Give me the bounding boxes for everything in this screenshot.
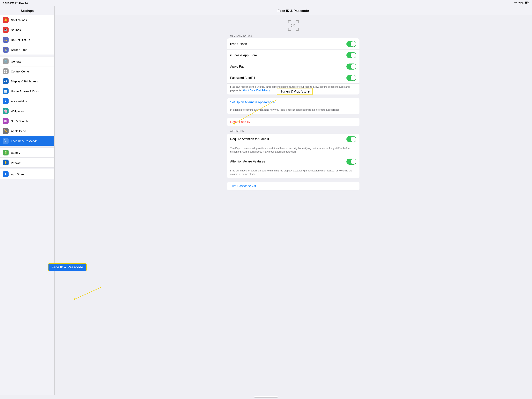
svg-point-17 xyxy=(5,120,6,122)
about-face-id-link[interactable]: About Face ID & Privacy... xyxy=(242,89,272,92)
sidebar-item-general[interactable]: ⚙️ General xyxy=(0,56,54,66)
battery-text: 76% xyxy=(518,1,523,5)
control-center-icon xyxy=(3,68,9,74)
ipad-unlock-toggle[interactable] xyxy=(346,41,356,47)
sidebar-item-home-screen[interactable]: Home Screen & Dock xyxy=(0,86,54,96)
sidebar-item-label: Do Not Disturb xyxy=(11,38,30,41)
svg-rect-5 xyxy=(6,71,7,73)
apple-pay-toggle[interactable] xyxy=(346,64,356,70)
require-attention-desc: TrueDepth camera will provide an additio… xyxy=(227,145,360,156)
svg-rect-13 xyxy=(5,92,6,93)
sidebar-item-screen-time[interactable]: ⏳ Screen Time xyxy=(0,45,54,55)
sidebar-item-label: App Store xyxy=(11,173,24,176)
apple-pencil-icon: ✏️ xyxy=(3,128,9,134)
sidebar-section-3: 🔋 Battery ✋ Privacy xyxy=(0,148,54,167)
sidebar-item-apple-pencil[interactable]: ✏️ Apple Pencil xyxy=(0,126,54,136)
status-left: 12:31 PM Fri May 14 xyxy=(3,1,28,5)
svg-rect-14 xyxy=(6,92,7,93)
sidebar-item-control-center[interactable]: Control Center xyxy=(0,66,54,76)
screen-time-icon: ⏳ xyxy=(3,47,9,53)
sidebar-item-siri[interactable]: Siri & Search xyxy=(0,116,54,126)
sidebar: Settings 🔔 Notifications 🔊 Sounds 🌙 Do N… xyxy=(0,6,55,395)
sidebar-item-label: Privacy xyxy=(11,161,20,164)
sidebar-item-label: Accessibility xyxy=(11,100,27,103)
battery-icon xyxy=(525,1,529,5)
siri-icon xyxy=(3,118,9,124)
privacy-icon: ✋ xyxy=(3,160,9,165)
password-autofill-row: Password AutoFill xyxy=(227,72,360,84)
battery-sidebar-icon: 🔋 xyxy=(3,150,9,155)
use-face-id-card: iPad Unlock iTunes & App Store Apple Pay… xyxy=(227,38,360,95)
content-area: Face ID & Passcode xyxy=(55,6,532,395)
sidebar-item-label: Display & Brightness xyxy=(11,80,38,83)
svg-point-18 xyxy=(5,141,6,141)
svg-rect-1 xyxy=(525,2,527,4)
attention-aware-toggle[interactable] xyxy=(346,159,356,165)
svg-point-20 xyxy=(291,24,292,25)
itunes-app-store-toggle[interactable] xyxy=(346,52,356,58)
alternate-appearance-link[interactable]: Set Up an Alternate Appearance xyxy=(227,98,360,107)
require-attention-toggle[interactable] xyxy=(346,136,356,142)
home-bar xyxy=(254,397,278,398)
time: 12:31 PM xyxy=(3,1,14,5)
turn-passcode-off-link[interactable]: Turn Passcode Off xyxy=(227,182,360,190)
wallpaper-icon: 🌸 xyxy=(3,108,9,114)
sidebar-item-face-id[interactable]: Face ID & Passcode xyxy=(0,136,54,146)
svg-rect-6 xyxy=(4,90,5,90)
sidebar-section-1: 🔔 Notifications 🔊 Sounds 🌙 Do Not Distur… xyxy=(0,15,54,55)
sidebar-section-2: ⚙️ General Control Center AA Display & B… xyxy=(0,56,54,146)
use-face-id-label: USE FACE ID FOR: xyxy=(230,34,360,37)
attention-aware-desc: iPad will check for attention before dim… xyxy=(227,167,360,178)
face-id-description: iPad can recognize the unique, three-dim… xyxy=(227,84,360,95)
sidebar-item-sounds[interactable]: 🔊 Sounds xyxy=(0,25,54,35)
svg-rect-12 xyxy=(4,92,5,93)
sidebar-item-label: Sounds xyxy=(11,28,21,32)
alternate-appearance-card: Set Up an Alternate Appearance In additi… xyxy=(227,98,360,114)
svg-rect-11 xyxy=(6,91,7,91)
sidebar-item-label: Home Screen & Dock xyxy=(11,90,39,93)
wifi-icon xyxy=(514,1,517,5)
sidebar-item-wallpaper[interactable]: 🌸 Wallpaper xyxy=(0,106,54,116)
sidebar-item-display-brightness[interactable]: AA Display & Brightness xyxy=(0,76,54,86)
sidebar-item-label: Wallpaper xyxy=(11,109,24,113)
home-indicator xyxy=(0,395,532,399)
do-not-disturb-icon: 🌙 xyxy=(3,37,9,43)
sidebar-item-label: General xyxy=(11,60,21,63)
sidebar-item-label: Control Center xyxy=(11,70,30,73)
sidebar-item-label: Screen Time xyxy=(11,48,27,51)
sidebar-item-label: Face ID & Passcode xyxy=(11,139,38,143)
accessibility-icon xyxy=(3,98,9,104)
sounds-icon: 🔊 xyxy=(3,27,9,33)
app-store-icon: A xyxy=(3,171,9,177)
face-id-scan-icon xyxy=(287,20,299,31)
attention-aware-label: Attention Aware Features xyxy=(230,160,265,163)
password-autofill-toggle[interactable] xyxy=(346,75,356,81)
sidebar-item-do-not-disturb[interactable]: 🌙 Do Not Disturb xyxy=(0,35,54,45)
svg-point-19 xyxy=(6,141,6,141)
svg-rect-8 xyxy=(6,90,7,90)
sidebar-item-app-store[interactable]: A App Store xyxy=(0,169,54,179)
main-layout: Settings 🔔 Notifications 🔊 Sounds 🌙 Do N… xyxy=(0,6,532,395)
sidebar-item-notifications[interactable]: 🔔 Notifications xyxy=(0,15,54,25)
svg-rect-2 xyxy=(4,70,6,71)
require-attention-label: Require Attention for Face ID xyxy=(230,137,270,141)
sidebar-item-label: Notifications xyxy=(11,18,27,22)
sidebar-item-battery[interactable]: 🔋 Battery xyxy=(0,148,54,158)
svg-rect-9 xyxy=(4,91,5,91)
sidebar-item-accessibility[interactable]: Accessibility xyxy=(0,96,54,106)
reset-face-id-card: Reset Face ID xyxy=(227,118,360,126)
sidebar-title: Settings xyxy=(0,6,54,15)
attention-label: ATTENTION xyxy=(230,130,360,133)
notifications-icon: 🔔 xyxy=(3,17,9,23)
status-right: 76% xyxy=(514,1,529,5)
reset-face-id-link[interactable]: Reset Face ID xyxy=(227,118,360,126)
svg-point-21 xyxy=(294,24,295,25)
sidebar-item-label: Apple Pencil xyxy=(11,129,27,133)
general-icon: ⚙️ xyxy=(3,58,9,64)
content-body: USE FACE ID FOR: iPad Unlock iTunes & Ap… xyxy=(219,15,367,198)
status-bar: 12:31 PM Fri May 14 76% xyxy=(0,0,532,6)
itunes-app-store-label: iTunes & App Store xyxy=(230,54,257,57)
sidebar-item-label: Siri & Search xyxy=(11,119,28,123)
sidebar-item-privacy[interactable]: ✋ Privacy xyxy=(0,158,54,167)
sidebar-section-4: A App Store xyxy=(0,169,54,179)
